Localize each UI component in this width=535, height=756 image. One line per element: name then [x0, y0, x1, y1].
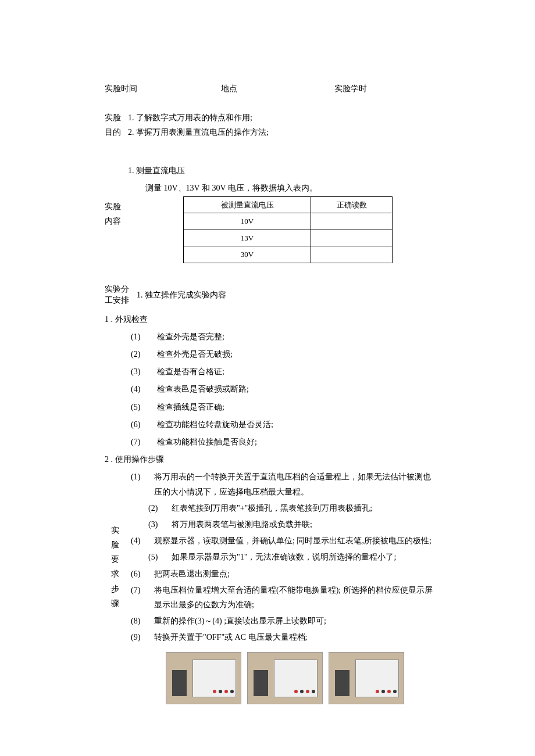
check-item: (1)检查外壳是否完整;: [131, 329, 436, 344]
step-item: (5)如果显示器显示为"1"，无法准确读数，说明所选择的量程小了;: [148, 550, 436, 564]
time-label: 实脸时间: [105, 81, 221, 96]
step-item: (2)红表笔接到万用表"+"极插孔，黑表笔接到万用表极插孔;: [148, 501, 436, 515]
content-row: 实脸 内容 被测量直流电压 正确读数 10V 13V 30V: [105, 196, 436, 263]
purpose-block: 实脸 1. 了解数字式万用表的特点和作用; 目的 2. 掌握万用表测量直流电压的…: [105, 110, 436, 139]
purpose-prefix-1: 实脸: [105, 110, 128, 125]
equipment-photo-3: [329, 652, 404, 704]
place-label: 地点: [221, 81, 334, 96]
section-2-title: 2 . 使用操作步骤: [105, 452, 436, 467]
steps-body: (1)将万用表的一个转换开关置于直流电压档的合适量程上，如果无法估计被测也压的大…: [125, 470, 436, 646]
step-item: (4)观察显示器，读取测量值，并确认单位; 同时显示出红表笔,所接被电压的极性;: [131, 533, 436, 548]
step-item: (7)将电压档位量程增大至合适的量程(不能带电换量程); 所选择的档位应使显示屏…: [131, 583, 436, 612]
header-row: 实脸时间 地点 实脸学时: [105, 81, 436, 96]
table-row: 13V: [184, 230, 393, 246]
voltage-table: 被测量直流电压 正确读数 10V 13V 30V: [183, 196, 393, 263]
section-1-list: (1)检查外壳是否完整;(2)检查外壳是否无破损;(3)检查是否有合格证;(4)…: [105, 329, 436, 449]
content-label: 实脸 内容: [105, 196, 140, 263]
equipment-photo-1: [166, 652, 241, 704]
step-item: (3)将万用表两表笔与被测电路或负载并联;: [148, 517, 436, 532]
check-item: (2)检查外壳是否无破损;: [131, 347, 436, 361]
equipment-photo-2: [247, 652, 323, 704]
arrangement-text: 1. 独立操作完成实验内容: [137, 288, 226, 302]
purpose-prefix-2: 目的: [105, 125, 128, 139]
step-item: (6)把两表邑退出测量点;: [131, 567, 436, 581]
step-item: (9)转换开关置于"OFF"或 AC 电压最大量程档;: [131, 630, 436, 644]
purpose-line-2: 2. 掌握万用表测量直流电压的操作方法;: [128, 125, 269, 139]
equipment-images: [166, 652, 436, 704]
check-item: (7)检查功能档位接触是否良好;: [131, 435, 436, 449]
step-item: (8)重新的操作(3)～(4) ;直接读出显示屏上读数即可;: [131, 614, 436, 628]
steps-block: 实脸要求步骤 (1)将万用表的一个转换开关置于直流电压档的合适量程上，如果无法估…: [105, 470, 436, 646]
section-1-title: 1 . 外观检查: [105, 312, 436, 327]
measure-heading: 1. 测量直流电压: [128, 163, 436, 178]
step-item: (1)将万用表的一个转换开关置于直流电压档的合适量程上，如果无法估计被测也压的大…: [131, 470, 436, 499]
col-measured: 被测量直流电压: [184, 196, 311, 213]
purpose-line-1: 1. 了解数字式万用表的特点和作用;: [128, 110, 252, 125]
steps-sidelabel: 实脸要求步骤: [105, 470, 125, 646]
check-item: (6)检查功能档位转盘旋动是否灵活;: [131, 417, 436, 432]
measure-desc: 测量 10V、13V 和 30V 电压，将数据填入表内。: [145, 181, 436, 195]
arrangement-row: 实验分工安排 1. 独立操作完成实验内容: [105, 284, 436, 306]
table-header-row: 被测量直流电压 正确读数: [184, 196, 393, 213]
hours-label: 实脸学时: [334, 81, 367, 96]
check-item: (4)检查表邑是否破损或断路;: [131, 382, 436, 396]
col-reading: 正确读数: [311, 196, 393, 213]
table-row: 30V: [184, 246, 393, 263]
arrangement-label: 实验分工安排: [105, 284, 137, 306]
check-item: (3)检查是否有合格证;: [131, 364, 436, 379]
table-row: 10V: [184, 213, 393, 230]
check-item: (5)检查插线是否正确;: [131, 400, 436, 414]
